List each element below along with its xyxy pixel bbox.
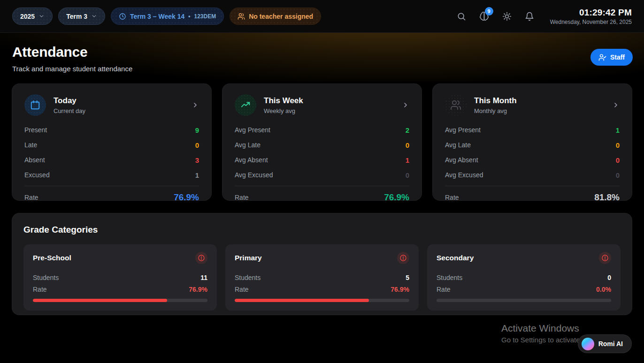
stat-card-today[interactable]: Today Current day Present9 Late0 Absent3…	[12, 83, 212, 201]
alert-icon[interactable]	[195, 252, 207, 264]
clock-display: 01:29:42 PM Wednesday, November 26, 2025	[550, 8, 632, 25]
no-teacher-badge[interactable]: No teacher assigned	[230, 8, 321, 25]
stat-row-label: Avg Excused	[445, 171, 483, 179]
stat-row: Avg Excused0	[235, 167, 409, 182]
stat-row-label: Avg Late	[445, 141, 471, 149]
year-dropdown-value: 2025	[20, 13, 35, 20]
rate-label: Rate	[235, 286, 249, 293]
romi-ai-button[interactable]: Romi AI	[578, 334, 632, 353]
stat-row-label: Absent	[24, 156, 45, 164]
grade-categories-title: Grade Categories	[23, 225, 621, 235]
users-icon	[238, 13, 245, 20]
stat-row-label: Avg Absent	[445, 156, 478, 164]
term-dropdown[interactable]: Term 3	[58, 8, 105, 25]
week-badge-code: 123DEM	[194, 13, 216, 20]
romi-ai-logo-icon	[582, 338, 594, 350]
rate-row: Rate 76.9%	[235, 186, 409, 203]
students-row: Students11	[33, 272, 207, 283]
progress-fill	[33, 299, 167, 302]
bell-icon[interactable]	[525, 12, 534, 21]
grade-card-name: Secondary	[437, 254, 474, 262]
stat-row-value: 1	[406, 156, 409, 164]
rate-row: Rate76.9%	[33, 283, 207, 295]
chevron-right-icon[interactable]	[192, 101, 199, 109]
stat-card-this-month[interactable]: This Month Monthly avg Avg Present1 Avg …	[432, 83, 632, 201]
current-time: 01:29:42 PM	[550, 8, 632, 18]
stat-card-subtitle: Current day	[54, 107, 85, 114]
grade-card-pre-school[interactable]: Pre-School Students11 Rate76.9%	[23, 244, 217, 310]
term-dropdown-value: Term 3	[66, 13, 87, 20]
stat-row-value: 1	[195, 171, 199, 179]
stat-row: Avg Absent1	[235, 152, 409, 167]
stat-row-label: Present	[24, 126, 47, 134]
students-label: Students	[33, 274, 59, 281]
stat-row: Avg Present1	[445, 122, 620, 137]
alert-icon[interactable]	[599, 252, 611, 264]
grade-card-name: Primary	[235, 254, 262, 262]
rate-row: Rate0.0%	[437, 283, 611, 295]
rate-label: Rate	[24, 194, 38, 201]
search-icon[interactable]	[457, 12, 466, 21]
ai-brain-icon[interactable]: 9	[479, 11, 489, 21]
rate-row: Rate76.9%	[235, 283, 409, 295]
stat-row-value: 2	[406, 126, 409, 134]
grade-card-name: Pre-School	[33, 254, 71, 262]
chevron-down-icon	[38, 13, 45, 19]
calendar-icon	[24, 94, 46, 116]
students-label: Students	[235, 274, 261, 281]
rate-value: 81.8%	[594, 192, 620, 203]
stat-row: Excused1	[24, 167, 199, 182]
chevron-right-icon[interactable]	[402, 101, 409, 109]
trend-up-icon	[235, 94, 256, 116]
users-icon	[445, 94, 467, 116]
alert-icon[interactable]	[397, 252, 409, 264]
notification-count-badge: 9	[485, 7, 493, 15]
stat-row: Late0	[24, 137, 199, 152]
page-title: Attendance	[12, 44, 632, 60]
stat-row: Avg Late0	[445, 137, 620, 152]
user-check-icon	[598, 53, 606, 61]
rate-value: 76.9%	[189, 286, 207, 293]
week-badge-dot: •	[188, 13, 190, 20]
grade-card-primary[interactable]: Primary Students5 Rate76.9%	[225, 244, 419, 310]
stat-row: Avg Present2	[235, 122, 409, 137]
stat-card-title: This Week	[264, 96, 303, 106]
stat-row: Avg Absent0	[445, 152, 620, 167]
stat-row-value: 0	[406, 141, 409, 149]
stat-card-title: This Month	[474, 96, 517, 106]
stat-row-value: 0	[616, 156, 620, 164]
attendance-progress-bar	[437, 299, 611, 302]
clock-icon	[119, 13, 126, 20]
week-badge-label: Term 3 – Week 14	[130, 13, 184, 20]
stat-row-value: 0	[406, 171, 409, 179]
current-date: Wednesday, November 26, 2025	[550, 19, 632, 25]
stat-row-label: Avg Late	[235, 141, 261, 149]
stat-row-value: 0	[616, 171, 620, 179]
attendance-progress-bar	[235, 299, 409, 302]
stat-row-label: Avg Present	[235, 126, 270, 134]
stat-row-value: 0	[195, 141, 199, 149]
staff-button[interactable]: Staff	[590, 49, 633, 66]
stat-row-value: 9	[195, 126, 199, 134]
grade-card-secondary[interactable]: Secondary Students0 Rate0.0%	[427, 244, 621, 310]
top-navbar: 2025 Term 3 Term 3 – Week 14 • 123DEM No…	[0, 0, 644, 33]
rate-label: Rate	[235, 194, 249, 201]
stat-row-label: Avg Present	[445, 126, 481, 134]
stat-row-value: 3	[195, 156, 199, 164]
progress-fill	[235, 299, 369, 302]
year-dropdown[interactable]: 2025	[12, 8, 53, 25]
stat-card-this-week[interactable]: This Week Weekly avg Avg Present2 Avg La…	[222, 83, 422, 201]
theme-sun-icon[interactable]	[502, 12, 512, 21]
stat-row: Avg Excused0	[445, 167, 620, 182]
stat-card-subtitle: Monthly avg	[474, 107, 517, 114]
chevron-right-icon[interactable]	[612, 101, 620, 109]
rate-value: 0.0%	[596, 286, 611, 293]
stat-row-label: Avg Excused	[235, 171, 273, 179]
stat-cards-row: Today Current day Present9 Late0 Absent3…	[12, 83, 632, 201]
rate-value: 76.9%	[391, 286, 409, 293]
stat-row: Avg Late0	[235, 137, 409, 152]
page-header: Attendance Track and manage student atte…	[0, 33, 644, 82]
rate-value: 76.9%	[174, 192, 199, 203]
stat-row-label: Excused	[24, 171, 50, 179]
week-badge[interactable]: Term 3 – Week 14 • 123DEM	[111, 8, 224, 25]
